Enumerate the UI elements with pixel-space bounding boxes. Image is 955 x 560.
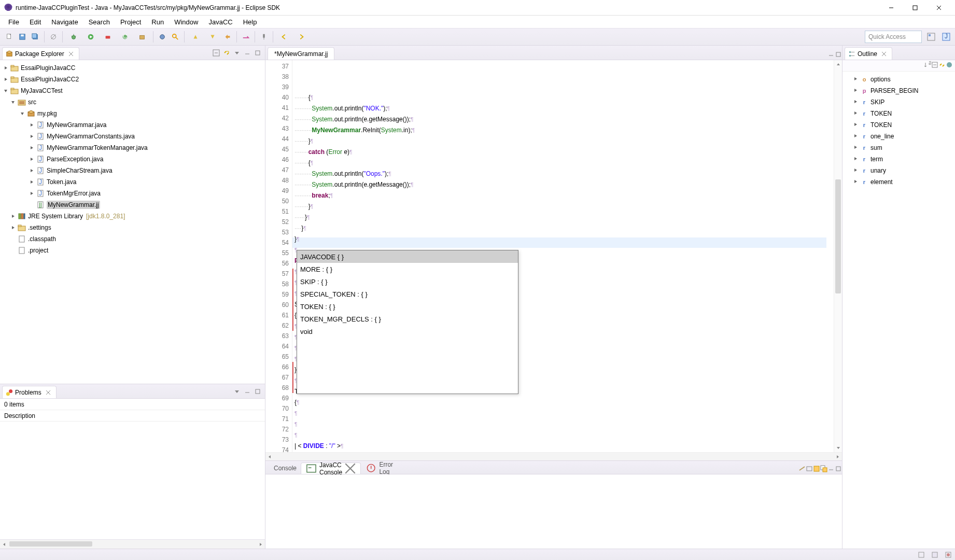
code-line[interactable]: ····}¶ <box>294 223 834 234</box>
java-ee-perspective-button[interactable] <box>925 31 937 43</box>
run-button[interactable] <box>83 32 98 42</box>
editor-tab[interactable]: jj *MyNewGrammar.jj <box>268 47 334 60</box>
maximize-view-button[interactable] <box>253 48 262 58</box>
trim-button-3[interactable] <box>944 550 953 559</box>
view-menu-button[interactable] <box>232 48 242 58</box>
tree-node[interactable]: JToken.java <box>0 176 265 188</box>
scroll-left-arrow[interactable] <box>0 540 8 549</box>
content-assist-item[interactable]: MORE : { } <box>297 263 518 275</box>
minimize-view-button[interactable] <box>243 387 252 396</box>
console-open-button[interactable] <box>820 465 827 474</box>
outline-item[interactable]: rsum <box>842 142 955 153</box>
close-button[interactable] <box>927 0 951 16</box>
javacc-console-tab[interactable]: JavaCC Console <box>301 463 361 474</box>
tree-node[interactable]: EssaiPluginJavaCC <box>0 62 265 74</box>
close-icon[interactable] <box>68 51 74 57</box>
scroll-up-arrow[interactable] <box>834 60 842 68</box>
sort-button[interactable]: az <box>924 61 931 70</box>
menu-project[interactable]: Project <box>115 16 146 28</box>
menu-help[interactable]: Help <box>238 16 262 28</box>
editor-body[interactable]: 3738394041424344454647484950515253545556… <box>265 60 842 452</box>
maximize-editor-button[interactable] <box>835 51 842 60</box>
problems-column-header[interactable]: Description <box>0 410 265 422</box>
tree-node[interactable]: src <box>0 96 265 108</box>
left-horizontal-scrollbar[interactable] <box>0 539 265 549</box>
console-pin-button[interactable] <box>798 465 806 474</box>
last-edit-location-button[interactable] <box>222 32 233 42</box>
minimize-view-button[interactable] <box>243 48 252 58</box>
menu-search[interactable]: Search <box>83 16 115 28</box>
code-line[interactable]: ··········System.out.println(e.getMessag… <box>294 114 834 125</box>
tree-node[interactable]: .project <box>0 245 265 256</box>
console-display-button[interactable] <box>806 465 813 474</box>
outline-item[interactable]: pPARSER_BEGIN <box>842 85 955 96</box>
problems-tab[interactable]: Problems <box>2 386 57 398</box>
tree-node[interactable]: .classpath <box>0 233 265 245</box>
maximize-view-button[interactable] <box>253 387 262 396</box>
content-assist-item[interactable]: void <box>297 325 518 338</box>
code-line[interactable]: ¶ <box>294 430 834 441</box>
code-line[interactable]: ········}¶ <box>294 201 834 212</box>
code-line[interactable]: ········catch (Error e)¶ <box>294 147 834 158</box>
code-line[interactable]: ········}¶ <box>294 136 834 147</box>
trim-button-1[interactable] <box>917 550 926 559</box>
outline-item[interactable]: rTOKEN <box>842 119 955 131</box>
outline-tab[interactable]: Outline <box>845 47 892 60</box>
tree-node[interactable]: .settings <box>0 222 265 233</box>
content-assist-item[interactable]: JAVACODE { } <box>297 250 518 263</box>
outline-item[interactable]: rone_line <box>842 131 955 142</box>
open-type-button[interactable] <box>157 32 167 42</box>
scroll-track[interactable] <box>8 541 257 548</box>
skip-breakpoints-button[interactable] <box>48 32 59 42</box>
scroll-right-arrow[interactable] <box>834 453 842 461</box>
scroll-thumb[interactable] <box>9 541 92 547</box>
tree-node[interactable]: JTokenMgrError.java <box>0 188 265 199</box>
outline-item[interactable]: ooptions <box>842 74 955 85</box>
forward-button[interactable] <box>294 32 308 42</box>
debug-button[interactable] <box>66 32 81 42</box>
outline-item[interactable]: rTOKEN <box>842 108 955 119</box>
code-line[interactable]: ··········break;¶ <box>294 190 834 201</box>
maximize-console-button[interactable] <box>835 465 842 474</box>
trim-button-2[interactable] <box>930 550 939 559</box>
code-line[interactable]: ¶ <box>294 419 834 430</box>
quick-access-field[interactable]: Quick Access <box>865 31 922 43</box>
code-line[interactable]: ··········System.out.println("NOK.");¶ <box>294 103 834 114</box>
content-assist-item[interactable]: SKIP : { } <box>297 275 518 288</box>
save-button[interactable] <box>17 32 27 42</box>
outline-item[interactable]: relement <box>842 176 955 188</box>
error-log-tab[interactable]: Error Log <box>361 463 397 474</box>
scroll-down-arrow[interactable] <box>834 444 842 452</box>
tree-node[interactable]: JSimpleCharStream.java <box>0 165 265 176</box>
tree-node[interactable]: JRE System Library[jdk1.8.0_281] <box>0 211 265 222</box>
link-with-editor-button[interactable] <box>222 48 231 58</box>
link-button[interactable] <box>938 61 946 70</box>
outline-tree[interactable]: ooptionspPARSER_BEGINrSKIPrTOKENrTOKENro… <box>842 72 955 549</box>
content-assist-item[interactable]: TOKEN : { } <box>297 300 518 313</box>
outline-item[interactable]: rSKIP <box>842 96 955 108</box>
collapse-all-button[interactable] <box>212 48 221 58</box>
content-assist-item[interactable]: TOKEN_MGR_DECLS : { } <box>297 313 518 325</box>
code-line[interactable]: ········{¶ <box>294 158 834 169</box>
new-button[interactable] <box>4 32 15 42</box>
annotation-next-button[interactable] <box>205 32 220 42</box>
close-icon[interactable] <box>881 51 887 57</box>
close-icon[interactable] <box>344 463 356 474</box>
code-line[interactable]: }¶ <box>294 452 834 452</box>
tree-node[interactable]: EssaiPluginJavaCC2 <box>0 74 265 85</box>
outline-item[interactable]: runary <box>842 165 955 176</box>
menu-navigate[interactable]: Navigate <box>46 16 83 28</box>
menu-file[interactable]: File <box>3 16 24 28</box>
menu-edit[interactable]: Edit <box>24 16 46 28</box>
tree-node[interactable]: my.pkg <box>0 108 265 119</box>
package-explorer-tab[interactable]: Package Explorer <box>2 47 79 60</box>
show-whitespace-button[interactable] <box>241 32 251 42</box>
code-line[interactable]: ··········System.out.println("Oops.");¶ <box>294 169 834 179</box>
run-last-tool-button[interactable] <box>101 32 115 42</box>
close-icon[interactable] <box>46 390 51 395</box>
code-line[interactable]: ········{¶ <box>294 92 834 103</box>
scroll-thumb[interactable] <box>835 179 841 293</box>
console-tab[interactable]: Console <box>268 463 301 474</box>
menu-run[interactable]: Run <box>146 16 169 28</box>
save-all-button[interactable] <box>30 32 40 42</box>
